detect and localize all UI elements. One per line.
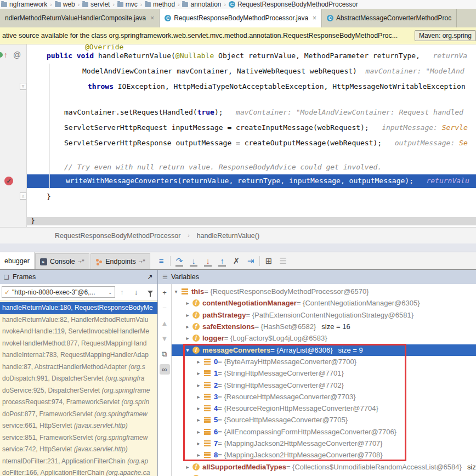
frames-panel[interactable]: ✓ "http-nio-8080-exec-3"@6,... ⌄ ↑ ↓ han… <box>0 284 157 476</box>
stack-frame-row[interactable]: nvokeHandlerMethod:877, RequestMappingHa… <box>0 338 157 350</box>
breadcrumb-item-method[interactable]: method <box>145 1 175 8</box>
show-watches-icon[interactable]: ∞ <box>160 364 170 375</box>
stack-frame-row[interactable]: doDispatch:991, DispatcherServlet (org.s… <box>0 373 157 385</box>
breadcrumb-item-mvc[interactable]: mvc <box>117 1 138 8</box>
override-method-icon[interactable]: ↑ <box>4 50 8 59</box>
chevron-right-icon[interactable]: ▸ <box>184 300 191 306</box>
editor-tab[interactable]: CAbstractMessageConverterMethodProc <box>322 9 457 27</box>
layout-settings-icon[interactable]: ☰ <box>276 252 290 269</box>
frames-pin-icon[interactable]: ↗ <box>147 273 152 281</box>
folder-icon <box>82 2 88 7</box>
evaluate-expression-icon[interactable]: ⊞ <box>262 252 276 269</box>
breadcrumb-item-annotation[interactable]: annotation <box>182 1 221 8</box>
fold-marker-icon[interactable]: ▿ <box>20 83 26 90</box>
breadcrumb-item-RequestResponseBodyMethodProcessor[interactable]: CRequestResponseBodyMethodProcessor <box>229 1 358 8</box>
variable-row[interactable]: ▸fadvice = {RequestResponseBodyAdviceCha… <box>172 473 476 476</box>
chevron-right-icon[interactable]: ▸ <box>195 452 202 458</box>
variable-row[interactable]: ▸2 = {StringHttpMessageConverter@7702} <box>172 379 476 390</box>
remove-watch-icon[interactable]: − <box>160 303 170 313</box>
drop-frame-icon[interactable]: ✗ <box>229 252 243 269</box>
variable-row[interactable]: ▸fpathStrategy = {PathExtensionContentNe… <box>172 309 476 321</box>
stack-frame-row[interactable]: handle:87, AbstractHandlerMethodAdapter … <box>0 361 157 373</box>
stack-frame-row[interactable]: processRequest:974, FrameworkServlet (or… <box>0 396 157 409</box>
variable-row[interactable]: ▸1 = {StringHttpMessageConverter@7701} <box>172 367 476 379</box>
breadcrumb-class[interactable]: RequestResponseBodyMethodProcessor <box>55 232 180 240</box>
frame-up-icon[interactable]: ↑ <box>115 288 129 296</box>
stack-frame-row[interactable]: service:742, HttpServlet (javax.servlet.… <box>0 444 157 456</box>
variable-row[interactable]: ▸flogger = {LogFactory$Log4jLog@6583} <box>172 332 476 344</box>
variable-row[interactable]: ▸8 = {MappingJackson2HttpMessageConverte… <box>172 449 476 461</box>
chevron-down-icon[interactable]: ▾ <box>184 347 191 353</box>
layout-menu-icon[interactable]: ≡ <box>154 252 168 269</box>
fold-marker-icon[interactable]: ▵ <box>20 192 26 200</box>
breakpoint-icon[interactable]: ✓ <box>4 177 13 185</box>
breadcrumb-method[interactable]: handleReturnValue() <box>197 232 259 240</box>
move-up-icon[interactable]: ▲ <box>160 318 170 328</box>
close-icon[interactable]: × <box>313 14 316 22</box>
tab-console[interactable]: ▸ Console➙❞ <box>35 253 89 269</box>
chevron-right-icon[interactable]: ▸ <box>195 440 202 446</box>
breadcrumb-item-web[interactable]: web <box>55 1 75 8</box>
step-over-icon[interactable]: ↷ <box>172 252 186 269</box>
variable-row[interactable]: ▸fcontentNegotiationManager = {ContentNe… <box>172 297 476 309</box>
tab-endpoints[interactable]: Endpoints➙❞ <box>90 253 150 269</box>
duplicate-icon[interactable]: ⧉ <box>160 349 170 359</box>
stack-frame-row[interactable]: doPost:877, FrameworkServlet (org.spring… <box>0 409 157 421</box>
run-to-cursor-icon[interactable]: ⇥ <box>243 252 258 269</box>
chevron-right-icon[interactable]: ▸ <box>195 394 202 400</box>
chevron-right-icon[interactable]: ▸ <box>195 370 202 376</box>
variable-row[interactable]: ▸5 = {SourceHttpMessageConverter@7705} <box>172 414 476 426</box>
stack-frame-row[interactable]: nvokeAndHandle:119, ServletInvocableHand… <box>0 326 157 338</box>
chevron-right-icon[interactable]: ▸ <box>184 324 191 330</box>
variable-row[interactable]: ▾fmessageConverters = {ArrayList@6306}si… <box>172 344 476 356</box>
variable-row[interactable]: ▾this = {RequestResponseBodyMethodProces… <box>172 286 476 297</box>
chevron-right-icon[interactable]: ▸ <box>184 312 191 318</box>
breadcrumb-item-servlet[interactable]: servlet <box>82 1 110 8</box>
force-step-into-icon[interactable]: ↓ <box>201 252 215 269</box>
step-into-icon[interactable]: ↓ <box>186 252 201 269</box>
frame-package: (org.springframew <box>94 410 148 418</box>
breadcrumb-item-ngframework[interactable]: ngframework <box>1 1 47 8</box>
variable-row[interactable]: ▸fallSupportedMediaTypes = {Collections$… <box>172 461 476 473</box>
editor-tab[interactable]: ndlerMethodReturnValueHandlerComposite.j… <box>0 9 160 27</box>
variable-row[interactable]: ▸7 = {MappingJackson2HttpMessageConverte… <box>172 438 476 449</box>
stack-frame-row[interactable]: handleReturnValue:180, RequestResponseBo… <box>0 302 157 314</box>
stack-frame-row[interactable]: handleReturnValue:82, HandlerMethodRetur… <box>0 314 157 326</box>
move-down-icon[interactable]: ▼ <box>160 333 170 344</box>
code-editor[interactable]: ↑ @ ▿ ▵ ✓ @Overridepublic void handleRet… <box>0 44 476 227</box>
filter-frames-icon[interactable] <box>143 289 157 295</box>
variable-name: safeExtensions <box>202 322 254 331</box>
step-out-icon[interactable]: ↑ <box>215 252 229 269</box>
stack-frame-row[interactable]: handleInternal:783, RequestMappingHandle… <box>0 349 157 361</box>
chevron-down-icon[interactable]: ▾ <box>173 288 179 294</box>
variable-row[interactable]: ▸4 = {ResourceRegionHttpMessageConverter… <box>172 403 476 414</box>
stack-frame-row[interactable]: doFilter:166, ApplicationFilterChain (or… <box>0 467 157 476</box>
editor-gutter[interactable]: ↑ @ ▿ ▵ <box>0 44 27 227</box>
chevron-right-icon[interactable]: ▸ <box>195 429 202 435</box>
variables-panel[interactable]: ▾this = {RequestResponseBodyMethodProces… <box>172 284 476 476</box>
frame-down-icon[interactable]: ↓ <box>129 288 143 296</box>
variable-row[interactable]: ▸6 = {AllEncompassingFormHttpMessageConv… <box>172 426 476 438</box>
breadcrumb-label: web <box>63 1 75 8</box>
chevron-right-icon[interactable]: ▸ <box>195 405 202 411</box>
variable-row[interactable]: ▸fsafeExtensions = {HashSet@6582}size = … <box>172 321 476 332</box>
chevron-right-icon[interactable]: ▸ <box>195 359 202 365</box>
tab-debugger[interactable]: ebugger <box>0 252 35 269</box>
variable-name: 8 <box>214 451 218 459</box>
close-icon[interactable]: × <box>150 14 154 22</box>
stack-frame-row[interactable]: nternalDoFilter:231, ApplicationFilterCh… <box>0 456 157 468</box>
library-source-button[interactable]: Maven: org.spring <box>415 30 476 41</box>
chevron-right-icon[interactable]: ▸ <box>184 335 191 341</box>
chevron-right-icon[interactable]: ▸ <box>195 417 202 423</box>
stack-frame-row[interactable]: doService:925, DispatcherServlet (org.sp… <box>0 385 157 397</box>
variable-row[interactable]: ▸0 = {ByteArrayHttpMessageConverter@7700… <box>172 356 476 367</box>
stack-frame-row[interactable]: service:661, HttpServlet (javax.servlet.… <box>0 420 157 432</box>
chevron-right-icon[interactable]: ▸ <box>184 464 191 470</box>
variable-row[interactable]: ▸3 = {ResourceHttpMessageConverter@7703} <box>172 391 476 403</box>
thread-selector[interactable]: ✓ "http-nio-8080-exec-3"@6,... ⌄ <box>2 286 115 298</box>
code-segment: mavContainer: "ModelAndViewContainer: Re… <box>223 108 468 116</box>
editor-tab[interactable]: CRequestResponseBodyMethodProcessor.java… <box>160 9 322 27</box>
add-watch-icon[interactable]: + <box>160 287 170 298</box>
stack-frame-row[interactable]: service:851, FrameworkServlet (org.sprin… <box>0 432 157 444</box>
chevron-right-icon[interactable]: ▸ <box>195 382 202 388</box>
